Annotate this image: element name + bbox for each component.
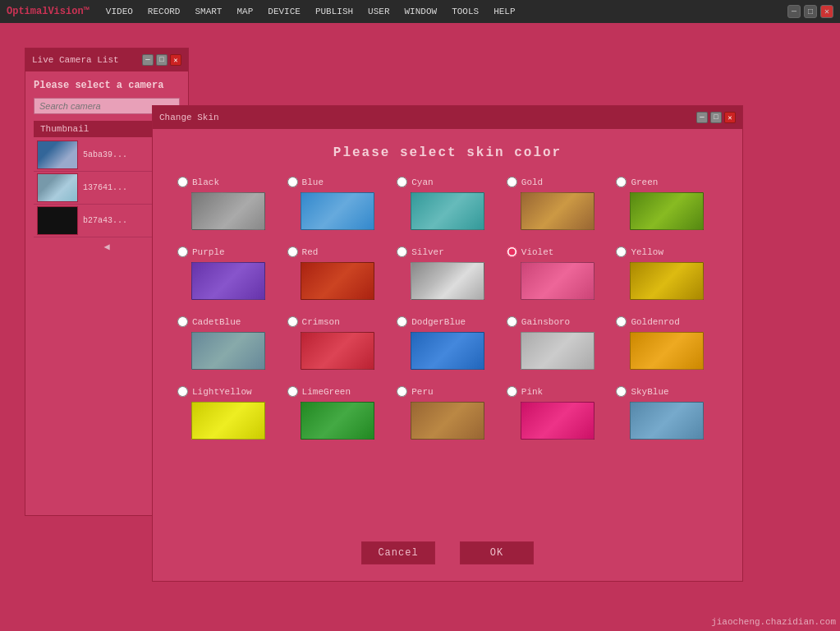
color-radio-peru[interactable]: [397, 386, 407, 397]
color-radio-row-skyblue: SkyBlue: [616, 386, 718, 397]
watermark: jiaocheng.chazidian.com: [711, 617, 836, 627]
color-swatch-lightyellow[interactable]: [191, 402, 265, 440]
color-radio-lightyellow[interactable]: [177, 386, 188, 397]
color-radio-blue[interactable]: [287, 177, 298, 187]
skin-minimize-button[interactable]: ─: [696, 112, 708, 123]
color-radio-row-gold: Gold: [507, 177, 608, 187]
color-radio-cadetblue[interactable]: [177, 316, 188, 327]
menu-user[interactable]: USER: [361, 3, 396, 20]
color-label-silver: Silver: [411, 247, 444, 257]
color-radio-row-silver: Silver: [397, 246, 498, 257]
app-minimize-button[interactable]: ─: [787, 5, 801, 18]
color-radio-row-pink: Pink: [507, 386, 608, 397]
color-swatch-cyan[interactable]: [411, 192, 484, 230]
menu-record[interactable]: RECORD: [141, 3, 187, 20]
color-option-violet: Violet: [507, 246, 608, 300]
color-swatch-skyblue[interactable]: [630, 402, 704, 440]
color-swatch-pink[interactable]: [521, 402, 594, 440]
app-window-controls: ─ □ ✕: [787, 5, 833, 18]
live-camera-maximize[interactable]: □: [156, 54, 168, 66]
color-label-cadetblue: CadetBlue: [192, 317, 241, 327]
change-skin-controls: ─ □ ✕: [696, 112, 736, 123]
menu-tools[interactable]: TOOLS: [445, 3, 485, 20]
live-camera-minimize[interactable]: ─: [142, 54, 154, 66]
color-swatch-gold[interactable]: [521, 192, 594, 230]
color-swatch-gainsboro[interactable]: [521, 332, 594, 370]
color-swatch-yellow[interactable]: [630, 262, 704, 300]
select-camera-label: Please select a camera: [34, 80, 180, 91]
menubar: OptimalVision™ VIDEO RECORD SMART MAP DE…: [0, 0, 840, 23]
skin-maximize-button[interactable]: □: [710, 112, 722, 123]
color-radio-violet[interactable]: [507, 246, 517, 257]
color-swatch-purple[interactable]: [191, 262, 265, 300]
color-swatch-silver[interactable]: [411, 262, 484, 300]
main-area: Live Camera List ─ □ ✕ Please select a c…: [0, 23, 840, 631]
menu-device[interactable]: DEVICE: [261, 3, 307, 20]
color-swatch-red[interactable]: [301, 262, 374, 300]
color-label-dodgerblue: DodgerBlue: [411, 317, 466, 327]
change-skin-dialog: Change Skin ─ □ ✕ Please select skin col…: [152, 105, 743, 582]
color-swatch-limegreen[interactable]: [301, 402, 374, 440]
color-label-purple: Purple: [192, 247, 225, 257]
live-camera-close[interactable]: ✕: [170, 54, 181, 66]
color-radio-row-violet: Violet: [507, 246, 608, 257]
color-radio-row-yellow: Yellow: [616, 246, 718, 257]
color-radio-black[interactable]: [177, 177, 188, 187]
skin-content: Please select skin color BlackBlueCyanGo…: [153, 129, 742, 456]
color-radio-green[interactable]: [616, 177, 627, 187]
color-swatch-black[interactable]: [191, 192, 265, 230]
color-radio-silver[interactable]: [397, 246, 407, 257]
app-maximize-button[interactable]: □: [804, 5, 817, 18]
color-label-gainsboro: Gainsboro: [521, 317, 570, 327]
change-skin-title: Change Skin: [159, 113, 219, 122]
color-swatch-violet[interactable]: [521, 262, 594, 300]
color-radio-limegreen[interactable]: [287, 386, 298, 397]
skin-close-button[interactable]: ✕: [724, 112, 736, 123]
app-close-button[interactable]: ✕: [820, 5, 833, 18]
cancel-button[interactable]: Cancel: [361, 541, 435, 564]
color-option-red: Red: [287, 246, 389, 300]
color-radio-dodgerblue[interactable]: [397, 316, 407, 327]
color-swatch-blue[interactable]: [301, 192, 374, 230]
color-swatch-peru[interactable]: [411, 402, 484, 440]
color-radio-skyblue[interactable]: [616, 386, 627, 397]
color-radio-purple[interactable]: [177, 246, 188, 257]
color-radio-yellow[interactable]: [616, 246, 627, 257]
color-label-pink: Pink: [521, 387, 543, 397]
color-label-limegreen: LimeGreen: [302, 387, 351, 397]
ok-button[interactable]: OK: [460, 541, 534, 564]
color-option-gainsboro: Gainsboro: [507, 316, 608, 370]
color-radio-pink[interactable]: [507, 386, 517, 397]
color-radio-goldenrod[interactable]: [616, 316, 627, 327]
color-label-goldenrod: Goldenrod: [631, 317, 679, 327]
color-radio-cyan[interactable]: [397, 177, 407, 187]
color-radio-crimson[interactable]: [287, 316, 298, 327]
menu-map[interactable]: MAP: [230, 3, 259, 20]
skin-heading: Please select skin color: [177, 145, 718, 160]
color-label-gold: Gold: [521, 177, 543, 187]
menu-publish[interactable]: PUBLISH: [309, 3, 360, 20]
color-radio-gold[interactable]: [507, 177, 517, 187]
color-swatch-goldenrod[interactable]: [630, 332, 704, 370]
color-grid: BlackBlueCyanGoldGreenPurpleRedSilverVio…: [177, 177, 718, 440]
menu-help[interactable]: HELP: [487, 3, 521, 20]
color-radio-red[interactable]: [287, 246, 298, 257]
menu-window[interactable]: WINDOW: [398, 3, 444, 20]
color-swatch-crimson[interactable]: [301, 332, 374, 370]
color-radio-row-goldenrod: Goldenrod: [616, 316, 718, 327]
color-option-cadetblue: CadetBlue: [177, 316, 279, 370]
color-option-skyblue: SkyBlue: [616, 386, 718, 440]
color-label-peru: Peru: [411, 387, 433, 397]
color-radio-row-lightyellow: LightYellow: [177, 386, 279, 397]
color-radio-row-gainsboro: Gainsboro: [507, 316, 608, 327]
menu-video[interactable]: VIDEO: [99, 3, 140, 20]
color-radio-gainsboro[interactable]: [507, 316, 517, 327]
menu-smart[interactable]: SMART: [188, 3, 228, 20]
color-option-peru: Peru: [397, 386, 498, 440]
color-option-purple: Purple: [177, 246, 279, 300]
color-swatch-green[interactable]: [630, 192, 704, 230]
camera-id: 137641...: [83, 183, 127, 192]
color-option-silver: Silver: [397, 246, 498, 300]
color-swatch-cadetblue[interactable]: [191, 332, 265, 370]
color-swatch-dodgerblue[interactable]: [411, 332, 484, 370]
